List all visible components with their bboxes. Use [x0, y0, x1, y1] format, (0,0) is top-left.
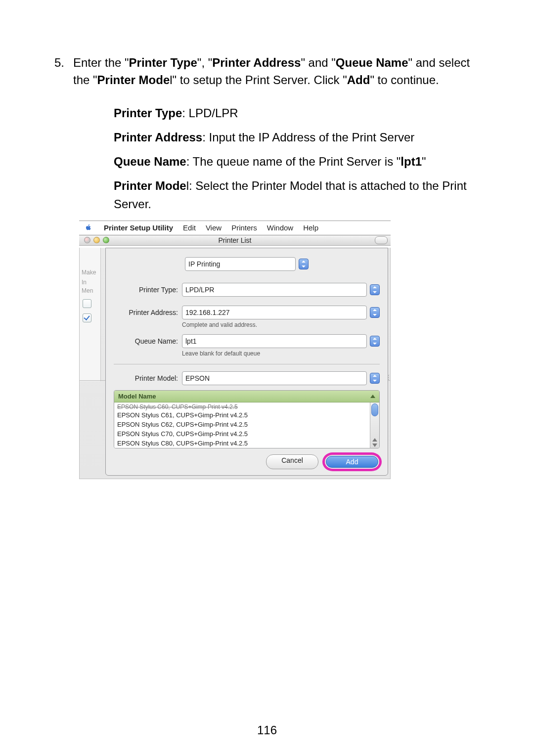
- printer-address-label: Printer Address:: [114, 309, 182, 316]
- printer-address-value: 192.168.1.227: [185, 309, 230, 316]
- list-item[interactable]: EPSON Stylus C80, CUPS+Gimp-Print v4.2.5: [114, 439, 370, 448]
- model-list-header[interactable]: Model Name: [118, 393, 156, 400]
- scroll-up-icon[interactable]: [372, 438, 377, 442]
- add-button-highlight: Add: [324, 454, 380, 469]
- sidebar-inmenu-label: In Men: [80, 277, 100, 296]
- sort-ascending-icon[interactable]: [370, 395, 375, 398]
- connection-type-value: IP Printing: [188, 260, 220, 268]
- printer-model-label: Printer Model:: [114, 374, 182, 382]
- menu-window[interactable]: Window: [267, 223, 293, 232]
- step-number: 5.: [44, 54, 73, 89]
- window-title: Printer List: [79, 236, 391, 244]
- menu-bar: Printer Setup Utility Edit View Printers…: [79, 221, 391, 235]
- printer-address-input[interactable]: 192.168.1.227: [182, 306, 367, 319]
- screenshot: Printer Setup Utility Edit View Printers…: [79, 221, 391, 479]
- title-bar: Printer List: [79, 235, 391, 246]
- scrollbar[interactable]: [370, 402, 379, 448]
- checkbox-icon[interactable]: [83, 299, 91, 308]
- def-printer-type: Printer Type: LPD/LPR: [114, 104, 475, 122]
- printer-type-value: LPD/LPR: [185, 286, 214, 294]
- menu-printers[interactable]: Printers: [231, 223, 257, 232]
- list-item[interactable]: EPSON Stylus C60, CUPS+Gimp-Print v4.2.5: [114, 402, 370, 410]
- def-queue-name: Queue Name: The queue name of the Print …: [114, 152, 475, 171]
- apple-menu-icon[interactable]: [81, 223, 94, 233]
- menu-view[interactable]: View: [206, 223, 222, 232]
- popup-arrows-icon[interactable]: [370, 284, 380, 295]
- queue-name-input[interactable]: lpt1: [182, 334, 367, 348]
- list-item[interactable]: EPSON Stylus C70, CUPS+Gimp-Print v4.2.5: [114, 429, 370, 439]
- printer-model-value: EPSON: [185, 374, 210, 382]
- sidebar-make-label: Make: [80, 248, 100, 278]
- list-item[interactable]: EPSON Stylus C62, CUPS+Gimp-Print v4.2.5: [114, 420, 370, 429]
- printer-type-label: Printer Type:: [114, 286, 182, 294]
- menu-help[interactable]: Help: [303, 223, 318, 232]
- printer-model-select[interactable]: EPSON: [182, 371, 367, 385]
- queue-name-value: lpt1: [185, 337, 197, 345]
- list-item[interactable]: EPSON Stylus C61, CUPS+Gimp-Print v4.2.5: [114, 410, 370, 420]
- add-button[interactable]: Add: [326, 456, 378, 468]
- connection-type-select[interactable]: IP Printing: [185, 257, 296, 271]
- model-listbox[interactable]: Model Name EPSON Stylus C60, CUPS+Gimp-P…: [114, 390, 380, 448]
- sidebar: Make In Men: [80, 248, 101, 381]
- add-printer-sheet: IP Printing Printer Type: LPD/LPR Printe…: [105, 248, 388, 476]
- checkbox-checked-icon[interactable]: [83, 313, 91, 322]
- step-text: Enter the "Printer Type", "Printer Addre…: [73, 54, 490, 89]
- queue-name-label: Queue Name:: [114, 337, 182, 345]
- history-arrows-icon[interactable]: [370, 336, 380, 347]
- def-printer-model: Printer Model: Select the Printer Model …: [114, 177, 475, 213]
- popup-arrows-icon[interactable]: [299, 259, 309, 269]
- scroll-down-icon[interactable]: [372, 444, 377, 447]
- address-hint: Complete and valid address.: [182, 321, 380, 328]
- menu-app-name[interactable]: Printer Setup Utility: [104, 223, 173, 232]
- divider: [114, 364, 380, 364]
- printer-type-select[interactable]: LPD/LPR: [182, 283, 367, 297]
- scroll-thumb[interactable]: [371, 403, 378, 416]
- cancel-button[interactable]: Cancel: [266, 454, 318, 469]
- history-arrows-icon[interactable]: [370, 307, 380, 318]
- menu-edit[interactable]: Edit: [183, 223, 196, 232]
- popup-arrows-icon[interactable]: [370, 373, 380, 384]
- def-printer-address: Printer Address: Input the IP Address of…: [114, 128, 475, 146]
- queue-hint: Leave blank for default queue: [182, 350, 380, 357]
- instruction-step: 5. Enter the "Printer Type", "Printer Ad…: [44, 54, 490, 89]
- page-number: 116: [0, 723, 534, 737]
